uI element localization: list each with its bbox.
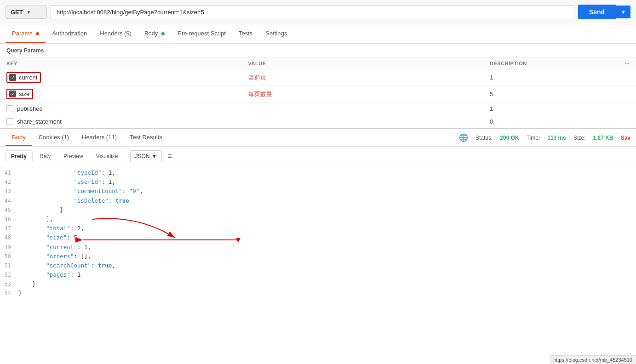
code-line-49: 49 "current": 1,	[0, 243, 636, 252]
row-key-current: current	[19, 74, 37, 81]
tab-tests[interactable]: Tests	[232, 24, 259, 43]
row-value-size: 5	[490, 91, 493, 97]
params-table: KEY VALUE DESCRIPTION ···	[0, 58, 636, 128]
code-line-51: 51 "searchCount": true,	[0, 261, 636, 270]
method-select[interactable]: GET ▼	[6, 6, 47, 19]
wrap-icon[interactable]: ≡	[167, 152, 172, 160]
params-dot	[36, 32, 39, 35]
format-bar: Pretty Raw Preview Visualize JSON ▼ ≡	[0, 147, 636, 166]
code-line-44: 44 "isDelete": true	[0, 196, 636, 205]
row-key-size: size	[19, 91, 29, 97]
fmt-tab-preview[interactable]: Preview	[58, 151, 89, 162]
row-value-label-size: 每页数量	[248, 91, 272, 97]
col-more[interactable]: ···	[618, 58, 636, 69]
response-tab-headers[interactable]: Headers (11)	[75, 129, 123, 146]
down-arrow-icon: ▼	[236, 234, 241, 246]
code-line-50: 50 "orders": [],	[0, 252, 636, 261]
code-area: 41 "typeId": 1, 42 "userId": 1, 43 "comm…	[0, 166, 636, 364]
json-format-label: JSON	[135, 153, 150, 159]
body-dot	[161, 32, 165, 35]
row-value-label-current: 当前页	[248, 74, 266, 81]
code-line-48: 48 "size": 5, ▼	[0, 233, 636, 242]
row-value-current: 1	[490, 74, 493, 81]
fmt-tab-pretty[interactable]: Pretty	[6, 151, 32, 162]
tab-prerequest[interactable]: Pre-request Script	[171, 24, 232, 43]
globe-icon: 🌐	[459, 133, 468, 142]
response-tab-cookies[interactable]: Cookies (1)	[32, 129, 75, 146]
row-checkbox-share[interactable]	[6, 118, 13, 125]
time-label: Time:	[527, 135, 540, 141]
size-value: 1.27 KB	[593, 135, 613, 141]
code-line-47: 47 "total": 2,	[0, 224, 636, 233]
response-tab-testresults[interactable]: Test Results	[123, 129, 169, 146]
save-link[interactable]: Sav	[621, 135, 630, 141]
json-format-select[interactable]: JSON ▼	[130, 150, 162, 162]
send-button-group: Send ▼	[578, 5, 630, 19]
code-line-43: 43 "commentCount": "9",	[0, 187, 636, 196]
tab-headers[interactable]: Headers (9)	[93, 24, 138, 43]
status-label: Status:	[476, 135, 493, 141]
time-value: 113 ms	[547, 135, 566, 141]
tab-authorization[interactable]: Authorization	[46, 24, 93, 43]
response-tab-body[interactable]: Body	[6, 129, 32, 146]
col-key: KEY	[0, 58, 242, 69]
status-area: 🌐 Status: 200 OK Time: 113 ms Size: 1.27…	[459, 133, 630, 142]
fmt-tab-visualize[interactable]: Visualize	[91, 151, 124, 162]
table-row: published 1	[0, 102, 636, 115]
method-label: GET	[11, 9, 23, 16]
col-description: DESCRIPTION	[483, 58, 618, 69]
code-line-54: 54 }	[0, 289, 636, 298]
query-params-label: Query Params	[0, 44, 636, 58]
code-line-45: 45 }	[0, 205, 636, 215]
json-chevron-icon: ▼	[152, 153, 157, 159]
request-tabs: Params Authorization Headers (9) Body Pr…	[0, 24, 636, 44]
url-input[interactable]	[51, 5, 574, 19]
size-label: Size:	[573, 135, 586, 141]
tab-params[interactable]: Params	[6, 24, 46, 43]
code-line-46: 46 ],	[0, 215, 636, 224]
status-value: 200 OK	[500, 135, 519, 141]
row-checkbox-size[interactable]: ✓	[9, 91, 16, 97]
row-key-share: share_statement	[17, 118, 62, 125]
code-line-41: 41 "typeId": 1,	[0, 168, 636, 177]
tab-settings[interactable]: Settings	[259, 24, 293, 43]
bottom-hint: https://blog.csdn.net/mb_45234510	[550, 355, 636, 364]
fmt-tab-raw[interactable]: Raw	[34, 151, 56, 162]
send-dropdown-button[interactable]: ▼	[616, 6, 630, 18]
row-key-published: published	[17, 105, 43, 112]
table-row: ✓ size 每页数量 5	[0, 86, 636, 102]
method-chevron-icon: ▼	[27, 10, 31, 15]
send-button[interactable]: Send	[578, 5, 616, 19]
col-value: VALUE	[242, 58, 484, 69]
response-tabs: Body Cookies (1) Headers (11) Test Resul…	[0, 129, 636, 147]
code-line-42: 42 "userId": 1,	[0, 177, 636, 187]
code-line-52: 52 "pages": 1	[0, 270, 636, 279]
code-line-53: 53 }	[0, 279, 636, 289]
url-bar: GET ▼ Send ▼	[0, 0, 636, 24]
table-row: ✓ current 当前页 1	[0, 69, 636, 86]
row-value-share: 0	[490, 118, 493, 125]
row-checkbox-published[interactable]	[6, 105, 13, 112]
row-value-published: 1	[490, 105, 493, 112]
row-checkbox-current[interactable]: ✓	[9, 74, 16, 81]
tab-body[interactable]: Body	[138, 24, 171, 43]
table-row: share_statement 0	[0, 115, 636, 128]
